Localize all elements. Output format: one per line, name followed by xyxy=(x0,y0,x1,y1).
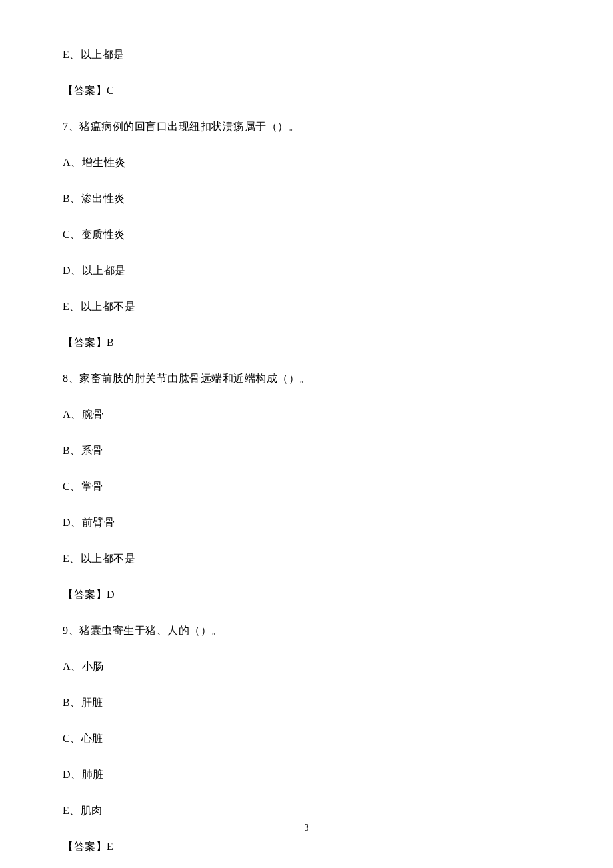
option-e: E、以上都是 xyxy=(63,47,550,63)
option-a: A、腕骨 xyxy=(63,407,550,423)
answer-label: 【答案】C xyxy=(63,83,550,99)
answer-label: 【答案】B xyxy=(63,335,550,351)
option-a: A、增生性炎 xyxy=(63,155,550,171)
option-d: D、以上都是 xyxy=(63,263,550,279)
question-9: 9、猪囊虫寄生于猪、人的（）。 xyxy=(63,623,550,639)
option-c: C、掌骨 xyxy=(63,479,550,495)
question-7: 7、猪瘟病例的回盲口出现纽扣状溃疡属于（）。 xyxy=(63,119,550,135)
option-c: C、心脏 xyxy=(63,731,550,747)
option-b: B、渗出性炎 xyxy=(63,191,550,207)
option-e: E、以上都不是 xyxy=(63,299,550,315)
option-b: B、系骨 xyxy=(63,443,550,459)
option-b: B、肝脏 xyxy=(63,695,550,711)
answer-label: 【答案】D xyxy=(63,587,550,603)
option-e: E、肌肉 xyxy=(63,803,550,819)
option-c: C、变质性炎 xyxy=(63,227,550,243)
option-e: E、以上都不是 xyxy=(63,551,550,567)
answer-label: 【答案】E xyxy=(63,839,550,855)
page-number: 3 xyxy=(0,823,613,833)
option-d: D、肺脏 xyxy=(63,767,550,783)
question-8: 8、家畜前肢的肘关节由肱骨远端和近端构成（）。 xyxy=(63,371,550,387)
document-page: E、以上都是 【答案】C 7、猪瘟病例的回盲口出现纽扣状溃疡属于（）。 A、增生… xyxy=(0,0,613,868)
option-d: D、前臂骨 xyxy=(63,515,550,531)
option-a: A、小肠 xyxy=(63,659,550,675)
